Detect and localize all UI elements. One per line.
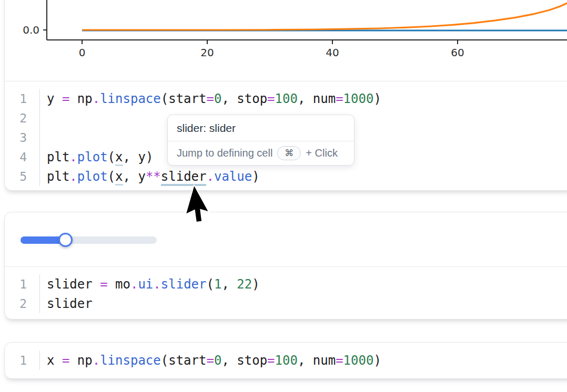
tooltip-action-row: Jump to defining cell ⌘ + Click — [168, 141, 354, 165]
code-line[interactable]: 1y = np.linspace(start=0, stop=100, num=… — [5, 89, 567, 108]
line-number: 4 — [5, 147, 40, 167]
line-number: 2 — [5, 294, 40, 313]
slider-thumb[interactable] — [58, 233, 73, 247]
x-cell-code-editor[interactable]: 1x = np.linspace(start=0, stop=100, num=… — [5, 343, 567, 378]
code-text: plt.plot(x, y) — [40, 150, 153, 164]
line-number: 1 — [5, 350, 40, 370]
code-line[interactable]: 2slider — [5, 294, 567, 313]
code-text: y = np.linspace(start=0, stop=100, num=1… — [40, 91, 381, 106]
code-text: slider — [40, 296, 93, 311]
code-line[interactable]: 1slider = mo.ui.slider(1, 22) — [5, 274, 567, 294]
command-key-icon: ⌘ — [285, 148, 293, 159]
line-number: 5 — [5, 167, 40, 186]
svg-text:40: 40 — [326, 46, 339, 59]
code-text: plt.plot(x, y**slider.value) — [40, 169, 260, 184]
line-number: 3 — [5, 128, 40, 147]
svg-text:0: 0 — [79, 46, 86, 59]
slider-track[interactable] — [21, 236, 157, 244]
cell-slider: 1slider = mo.ui.slider(1, 22)2slider — [4, 212, 567, 319]
code-line[interactable]: 5plt.plot(x, y**slider.value) — [5, 167, 567, 186]
command-key-pill: ⌘ — [277, 146, 301, 160]
line-number: 2 — [5, 108, 40, 128]
slider-cell-code-editor[interactable]: 1slider = mo.ui.slider(1, 22)2slider — [5, 266, 567, 319]
notebook-viewport: { "page": { "background": "#ffffff" }, "… — [0, 0, 567, 392]
code-line[interactable]: 1x = np.linspace(start=0, stop=100, num=… — [5, 350, 567, 370]
tooltip-action-label: Jump to defining cell — [177, 147, 272, 159]
tooltip-click-label: + Click — [306, 147, 338, 159]
cell-x: 1x = np.linspace(start=0, stop=100, num=… — [4, 342, 567, 379]
svg-text:60: 60 — [451, 46, 464, 59]
line-number: 1 — [5, 274, 40, 294]
code-text: slider = mo.ui.slider(1, 22) — [40, 277, 260, 292]
tooltip-title: slider: slider — [168, 115, 354, 141]
variable-tooltip: slider: slider Jump to defining cell ⌘ +… — [167, 115, 355, 166]
line-number: 1 — [5, 89, 40, 108]
code-text: x = np.linspace(start=0, stop=100, num=1… — [40, 353, 381, 368]
line-chart-output: 02040600.0 — [0, 0, 567, 67]
svg-text:20: 20 — [200, 46, 214, 59]
svg-text:0.0: 0.0 — [23, 24, 39, 36]
